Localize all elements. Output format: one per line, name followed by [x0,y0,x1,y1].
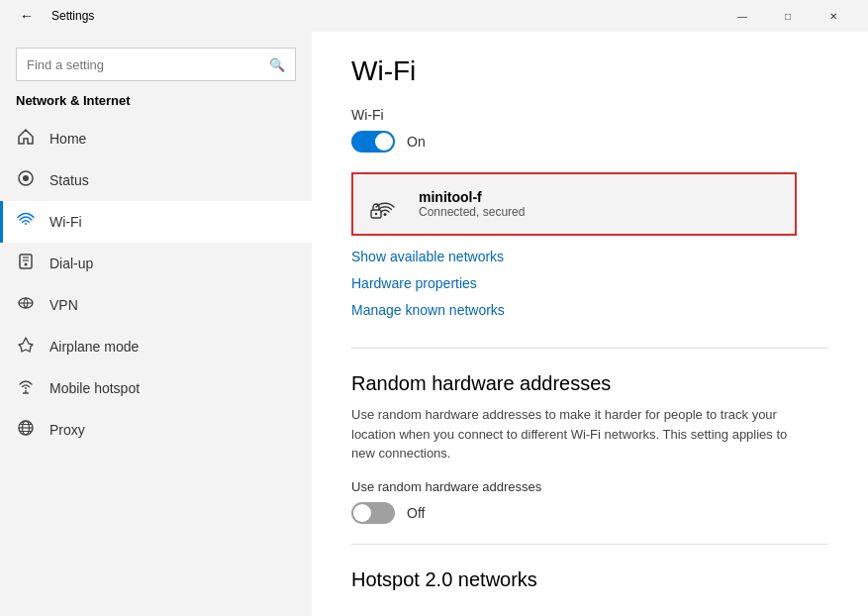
wifi-section-label: Wi-Fi [351,107,828,123]
sidebar-section-title: Network & Internet [0,93,312,118]
sidebar-label-airplane: Airplane mode [49,339,139,355]
main-panel: Wi-Fi Wi-Fi On [312,32,868,616]
titlebar: ← Settings — □ ✕ [0,0,868,32]
random-hw-toggle-label: Off [407,505,425,521]
wifi-sidebar-icon [16,211,36,233]
sidebar-label-wifi: Wi-Fi [49,214,82,230]
search-box[interactable]: 🔍 [16,48,296,81]
hotspot-heading: Hotspot 2.0 networks [351,568,828,591]
network-status: Connected, secured [419,205,779,219]
random-hw-heading: Random hardware addresses [351,372,828,395]
network-info: minitool-f Connected, secured [419,189,779,219]
sidebar-label-proxy: Proxy [49,422,85,438]
sidebar-item-hotspot[interactable]: Mobile hotspot [0,367,312,409]
sidebar-item-proxy[interactable]: Proxy [0,409,312,451]
hardware-properties-link[interactable]: Hardware properties [351,275,477,291]
svg-point-3 [25,263,28,266]
app-body: 🔍 Network & Internet Home Status [0,32,868,616]
titlebar-title: Settings [51,9,94,23]
random-hw-description: Use random hardware addresses to make it… [351,405,797,463]
network-box[interactable]: minitool-f Connected, secured [351,172,797,236]
wifi-toggle-thumb [375,133,393,151]
status-icon [16,169,36,191]
hotspot-icon [16,377,36,399]
minimize-icon: — [737,11,747,22]
network-wifi-icon [369,186,405,222]
proxy-icon [16,419,36,441]
sidebar-item-wifi[interactable]: Wi-Fi [0,201,312,243]
sidebar-item-home[interactable]: Home [0,118,312,159]
divider-2 [351,544,828,545]
minimize-button[interactable]: — [720,0,765,32]
divider-1 [351,348,828,349]
airplane-icon [16,336,36,358]
random-hw-toggle-thumb [353,504,371,522]
sidebar-item-status[interactable]: Status [0,159,312,201]
dialup-icon [16,253,36,274]
random-hw-label: Use random hardware addresses [351,479,828,494]
random-hw-toggle[interactable] [351,502,395,524]
back-button[interactable]: ← [12,4,42,28]
manage-networks-link[interactable]: Manage known networks [351,302,505,318]
random-hw-toggle-row: Off [351,502,828,524]
sidebar-label-vpn: VPN [49,297,78,313]
network-name: minitool-f [419,189,779,205]
sidebar-item-dialup[interactable]: Dial-up [0,243,312,284]
vpn-icon [16,294,36,316]
sidebar-label-home: Home [49,131,86,147]
home-icon [16,128,36,150]
close-icon: ✕ [829,11,837,22]
wifi-toggle[interactable] [351,131,395,153]
sidebar-label-hotspot: Mobile hotspot [49,380,140,396]
show-networks-link[interactable]: Show available networks [351,249,504,264]
svg-point-1 [23,175,29,181]
search-icon: 🔍 [269,57,285,72]
sidebar-label-dialup: Dial-up [49,256,93,271]
page-title: Wi-Fi [351,55,828,87]
wifi-toggle-row: On [351,131,828,153]
sidebar: 🔍 Network & Internet Home Status [0,32,312,616]
sidebar-item-airplane[interactable]: Airplane mode [0,326,312,367]
maximize-button[interactable]: □ [765,0,811,32]
sidebar-label-status: Status [49,172,89,188]
wifi-toggle-label: On [407,134,426,150]
svg-rect-2 [20,255,32,268]
sidebar-item-vpn[interactable]: VPN [0,284,312,326]
close-button[interactable]: ✕ [811,0,856,32]
svg-point-16 [375,213,377,215]
search-input[interactable] [27,57,269,72]
maximize-icon: □ [785,11,791,22]
